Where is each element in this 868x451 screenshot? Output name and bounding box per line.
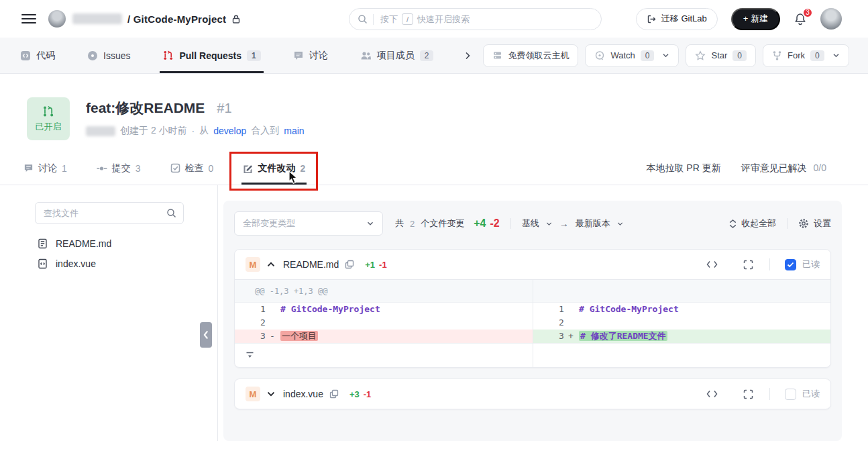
file-deletions: -1 [379,260,387,270]
diff-line: 2 [235,316,533,330]
pr-tab-discussion[interactable]: 讨论 1 [23,152,67,185]
diff-expand-row [533,343,830,367]
collapse-file-chevron-up-icon[interactable] [267,262,275,267]
file-diff-card-readme: M README.md +1 -1 [234,249,831,368]
target-branch-link[interactable]: main [284,126,304,136]
chevron-down-icon [832,52,840,59]
search-icon [166,208,176,218]
diff-line: 1 # GitCode-MyProject [533,303,830,316]
total-deletions: -2 [490,217,499,230]
migrate-gitlab-button[interactable]: 迁移 GitLab [636,8,718,30]
hunk-header-empty [533,280,830,303]
view-source-code-icon[interactable] [705,389,719,399]
redacted-author [86,126,115,136]
user-avatar[interactable] [820,8,842,30]
star-button[interactable]: Star 0 [686,44,756,67]
checkbox-checked-icon[interactable] [785,259,796,270]
tab-code[interactable]: 代码 [17,38,58,73]
issues-icon [87,50,98,61]
redacted-username [72,13,122,24]
star-icon [695,50,706,61]
view-source-code-icon[interactable] [705,259,719,270]
pr-meta: 创建于 2 小时前 · 从 develop 合入到 main [86,125,305,137]
chevron-down-icon [366,219,374,228]
chevron-down-icon [662,52,669,59]
file-tree-item-readme[interactable]: README.md [38,234,217,254]
expand-lines-down-icon[interactable] [244,350,256,361]
breadcrumb-repo-name[interactable]: / GitCode-MyProject [127,13,226,25]
free-cloud-host-button[interactable]: 免费领取云主机 [483,44,578,67]
code-file-icon [38,258,48,269]
file-search-input[interactable]: 查找文件 [35,202,184,224]
file-name[interactable]: README.md [283,259,339,270]
chat-icon [293,50,304,61]
tab-issues[interactable]: Issues [85,38,133,73]
latest-version-select[interactable]: 最新版本 [576,217,624,230]
copy-path-icon[interactable] [329,389,339,399]
check-square-icon [170,163,180,173]
collapse-all-button[interactable]: 收起全部 [729,217,776,230]
copy-path-icon[interactable] [345,260,354,269]
divider [510,218,511,229]
menu-icon[interactable] [21,14,36,23]
sidebar-collapse-handle[interactable] [200,322,212,348]
mark-read-checkbox[interactable]: 已读 [785,388,820,400]
fullscreen-icon[interactable] [742,258,755,271]
pull-request-open-icon [42,105,55,118]
file-name[interactable]: index.vue [283,389,323,399]
pr-tab-checks[interactable]: 检查 0 [170,152,214,185]
tab-pull-requests[interactable]: Pull Requests 1 [160,38,263,73]
diff-pane-new: 1 # GitCode-MyProject 2 3+ # 修改了README文件 [533,280,830,367]
pr-tab-commits[interactable]: 提交 3 [97,152,141,185]
hunk-header: @@ -1,3 +1,3 @@ [235,280,533,303]
diff-pane-old: @@ -1,3 +1,3 @@ 1 # GitCode-MyProject 2 … [235,280,533,367]
file-search-placeholder: 查找文件 [44,207,166,219]
search-icon [358,14,368,24]
fork-button[interactable]: Fork 0 [763,44,849,67]
repo-tab-bar: 代码 Issues Pull Requests 1 [0,38,868,74]
tab-members[interactable]: 项目成员 2 [358,38,437,73]
watch-count-badge: 0 [641,50,655,61]
pr-tab-bar: 讨论 1 提交 3 检查 0 [0,152,868,185]
gear-icon [798,218,809,229]
notification-count-badge: 3 [802,7,813,18]
tab-discussion[interactable]: 讨论 [290,38,331,73]
expand-file-chevron-down-icon[interactable] [267,391,275,397]
new-button[interactable]: + 新建 [731,8,780,30]
pr-status-badge: 已开启 [27,97,70,140]
gitcode-pr-page: / GitCode-MyProject 按下 / 快速开启搜索 [0,0,868,451]
tabs-overflow-chevron-icon[interactable] [463,38,472,73]
pr-tab-file-changes[interactable]: 文件改动 2 [243,152,305,185]
global-search-input[interactable]: 按下 / 快速开启搜索 [349,8,602,30]
pull-request-icon [162,50,174,61]
notifications-bell-icon[interactable]: 3 [794,12,807,26]
file-tree-sidebar: 查找文件 README.md [0,185,218,441]
file-additions: +3 [349,389,360,399]
change-type-filter-select[interactable]: 全部变更类型 [234,211,383,236]
slash-key-icon: / [402,13,413,25]
mark-read-checkbox[interactable]: 已读 [785,258,820,270]
repo-owner-avatar[interactable] [48,10,66,28]
search-divider [373,14,374,25]
file-additions: +1 [365,260,375,270]
total-additions: +4 [474,217,486,230]
fullscreen-icon[interactable] [742,388,755,401]
edit-file-icon [243,163,253,173]
code-icon [20,50,31,61]
watch-eye-icon [594,50,605,61]
checkbox-unchecked-icon[interactable] [785,389,796,400]
base-version-select[interactable]: 基线 [522,217,553,230]
diff-line-deleted: 3- 一个项目 [235,330,533,343]
review-resolved-status: 评审意见已解决 0/0 [741,162,826,174]
commit-icon [97,164,107,173]
chevron-down-icon [545,220,553,228]
source-branch-link[interactable]: develop [213,126,246,136]
watch-button[interactable]: Watch 0 [585,44,679,67]
server-icon [492,50,502,60]
diff-settings-button[interactable]: 设置 [798,217,831,230]
pr-title: feat:修改README [86,99,205,117]
file-tree-item-indexvue[interactable]: index.vue [38,254,217,274]
search-placeholder: 按下 / 快速开启搜索 [380,13,470,26]
lock-icon [231,14,241,24]
pull-pr-locally-link[interactable]: 本地拉取 PR 更新 [646,162,720,174]
